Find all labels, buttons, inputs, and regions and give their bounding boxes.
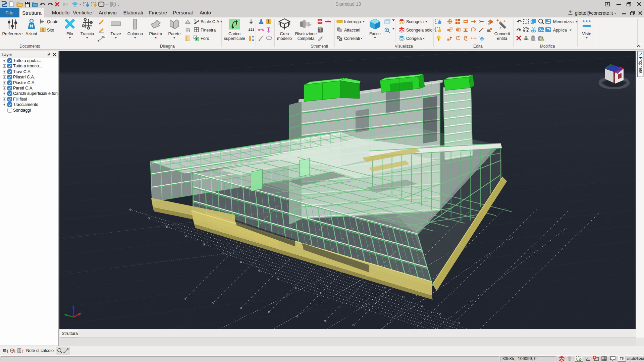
svg-text:N: N bbox=[30, 23, 33, 28]
svg-text:AB: AB bbox=[102, 36, 105, 39]
svg-text:!: ! bbox=[7, 349, 8, 354]
svg-text:T: T bbox=[319, 28, 322, 33]
svg-text:!: ! bbox=[14, 349, 15, 354]
svg-text:AB: AB bbox=[66, 348, 69, 351]
svg-text:!: ! bbox=[21, 349, 23, 354]
